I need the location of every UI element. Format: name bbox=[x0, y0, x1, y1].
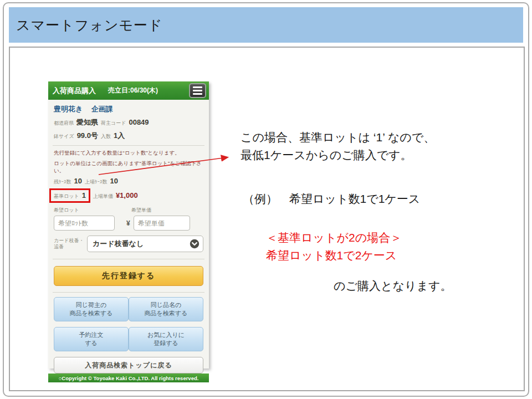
reserve-order-button[interactable]: 予約注文 する bbox=[54, 327, 129, 351]
remaining-cases-label: 残ｹｰｽ数 bbox=[54, 178, 71, 186]
company-row: 豊明花き 企画課 bbox=[54, 104, 203, 114]
back-to-search-top-button[interactable]: 入荷商品検索トップに戻る bbox=[54, 357, 203, 374]
slide-title-band: スマートフォンモード bbox=[9, 7, 523, 43]
pot-size-value: 99.0号 bbox=[77, 131, 98, 141]
annotation-line: （例） 希望ロット数1で1ケース bbox=[243, 190, 420, 208]
advance-register-button[interactable]: 先行登録する bbox=[54, 266, 203, 286]
shipper-code-value: 00849 bbox=[129, 118, 149, 126]
pot-size-label: 鉢サイズ bbox=[54, 133, 74, 140]
divider bbox=[53, 145, 204, 146]
size-row: 鉢サイズ 99.0号 入数 1入 bbox=[54, 131, 203, 141]
desired-lot-input[interactable] bbox=[54, 216, 115, 231]
annotation-purchase-note: のご購入となります。 bbox=[334, 277, 452, 295]
same-product-search-button[interactable]: 同じ品名の 商品を検索する bbox=[129, 297, 203, 321]
sale-date-label: 売立日:06/30(木) bbox=[108, 86, 158, 95]
annotation-line: 最低1ケースからのご購入です。 bbox=[241, 146, 435, 164]
notice-line-2: ロットの単位はこの画面にあります“基準ロット”をご確認下さい。 bbox=[54, 160, 203, 174]
annotation-line: 希望ロット数1で2ケース bbox=[266, 247, 402, 264]
listed-price-label: 上場単価 bbox=[93, 193, 113, 200]
pack-qty-label: 入数 bbox=[101, 133, 111, 140]
hamburger-icon bbox=[193, 86, 202, 88]
button-label-line: する bbox=[85, 340, 98, 346]
annotation-base-lot-2-case: ＜基準ロットが2の場合＞ 希望ロット数1で2ケース bbox=[266, 229, 402, 264]
button-label-line: 登録する bbox=[154, 340, 178, 346]
button-label-line: 同じ荷主の bbox=[76, 301, 107, 308]
button-label-line: お気に入りに bbox=[147, 331, 185, 338]
desired-lot-label: 希望ロット bbox=[54, 207, 131, 214]
form-labels-row: 希望ロット 希望単価 bbox=[54, 207, 203, 214]
phone-footer: ○Copyright © Toyoake Kaki Co.,LTD. All r… bbox=[48, 374, 209, 382]
notice-line-1: 先行登録にて入力する数量は“ロット数”となります。 bbox=[54, 149, 203, 156]
phone-body: 豊明花き 企画課 都道府県 愛知県 荷主コード 00849 鉢サイズ 99.0号… bbox=[48, 100, 209, 374]
listed-cases-value: 10 bbox=[110, 177, 117, 185]
card-number-selected-value: カード枝番なし bbox=[93, 239, 190, 249]
base-lot-value: 1 bbox=[82, 191, 86, 200]
divider bbox=[53, 292, 204, 293]
base-lot-row: 基準ロット 1 上場単価 ¥1,000 bbox=[54, 188, 203, 203]
chevron-down-circle-icon bbox=[190, 239, 200, 249]
content-panel: 入荷商品購入 売立日:06/30(木) 豊明花き 企画課 都道府県 愛知県 荷主… bbox=[9, 47, 525, 391]
annotation-example: （例） 希望ロット数1で1ケース bbox=[243, 190, 420, 208]
desired-price-label: 希望単価 bbox=[131, 207, 151, 214]
button-label-line: 同じ品名の bbox=[151, 301, 182, 308]
desired-price-input[interactable] bbox=[134, 216, 190, 231]
copyright-text: ○Copyright © Toyoake Kaki Co.,LTD. All r… bbox=[59, 375, 199, 381]
add-favorite-button[interactable]: お気に入りに 登録する bbox=[129, 327, 203, 351]
card-number-row: カード枝番・追番 カード枝番なし bbox=[54, 236, 203, 252]
annotation-line: ＜基準ロットが2の場合＞ bbox=[266, 229, 402, 247]
hamburger-menu-button[interactable] bbox=[189, 83, 206, 98]
button-label-line: 商品を検索する bbox=[70, 310, 113, 316]
slide: スマートフォンモード 入荷商品購入 売立日:06/30(木) 豊明花き 企画課 bbox=[0, 0, 532, 399]
same-shipper-search-button[interactable]: 同じ荷主の 商品を検索する bbox=[54, 297, 129, 321]
card-number-select[interactable]: カード枝番なし bbox=[87, 236, 203, 252]
listed-cases-label: 上場ｹｰｽ数 bbox=[85, 178, 108, 186]
base-lot-label: 基準ロット bbox=[54, 193, 79, 200]
currency-symbol: ¥ bbox=[126, 219, 130, 227]
phone-page-title: 入荷商品購入 bbox=[53, 86, 96, 96]
card-number-label: カード枝番・追番 bbox=[54, 238, 87, 250]
prefecture-row: 都道府県 愛知県 荷主コード 00849 bbox=[54, 117, 203, 127]
pack-qty-value: 1入 bbox=[114, 131, 125, 141]
prefecture-value: 愛知県 bbox=[76, 117, 98, 127]
hamburger-icon bbox=[193, 90, 202, 91]
annotation-line: この場合、基準ロットは ‘1’ なので、 bbox=[241, 129, 435, 146]
slide-title: スマートフォンモード bbox=[16, 16, 163, 34]
company-name: 豊明花き bbox=[54, 105, 83, 113]
form-inputs-row: ¥ bbox=[54, 216, 203, 231]
action-buttons-row: 予約注文 する お気に入りに 登録する bbox=[54, 327, 203, 351]
cases-row: 残ｹｰｽ数 10 上場ｹｰｽ数 10 bbox=[54, 177, 203, 186]
annotation-line: のご購入となります。 bbox=[334, 277, 452, 295]
phone-header: 入荷商品購入 売立日:06/30(木) bbox=[48, 81, 209, 100]
annotation-base-lot-note: この場合、基準ロットは ‘1’ なので、 最低1ケースからのご購入です。 bbox=[241, 129, 435, 164]
phone-mockup: 入荷商品購入 売立日:06/30(木) 豊明花き 企画課 都道府県 愛知県 荷主… bbox=[48, 81, 209, 369]
prefecture-label: 都道府県 bbox=[54, 120, 74, 127]
hamburger-icon bbox=[193, 93, 202, 95]
button-label-line: 商品を検索する bbox=[145, 310, 188, 316]
shipper-code-label: 荷主コード bbox=[101, 120, 126, 127]
remaining-cases-value: 10 bbox=[74, 177, 82, 185]
button-label-line: 予約注文 bbox=[79, 331, 104, 338]
base-lot-highlight-box: 基準ロット 1 bbox=[49, 188, 90, 203]
divider bbox=[53, 259, 204, 259]
listed-price-value: ¥1,000 bbox=[116, 191, 138, 200]
department-name: 企画課 bbox=[91, 105, 113, 113]
search-buttons-row: 同じ荷主の 商品を検索する 同じ品名の 商品を検索する bbox=[54, 297, 203, 321]
